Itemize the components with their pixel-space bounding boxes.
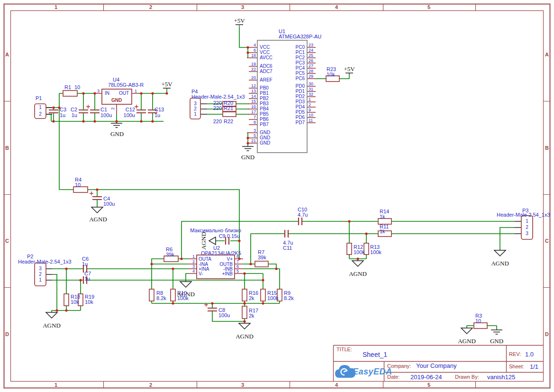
resistor-r3[interactable] (474, 323, 487, 328)
net-agnd-r3: AGND (458, 338, 476, 344)
frame-col-5-top: 5 (427, 5, 430, 10)
p1-pin-1: 1 (39, 105, 42, 110)
u1-pin-name-pb3: PB3 (260, 101, 269, 106)
resistor-r15[interactable] (261, 289, 265, 301)
net-agnd-c4: AGND (89, 216, 107, 222)
capacitor-c10[interactable] (299, 218, 302, 225)
u1-pin-num-13: 13 (251, 89, 256, 93)
capacitor-c11[interactable] (285, 230, 288, 237)
u4-pin-name-gnd: GND (111, 98, 122, 103)
u1-pin-num-6: 6 (254, 48, 256, 53)
agnd-symbol-p2 (46, 312, 57, 318)
u1-pin-name-pd0: PD0 (296, 84, 305, 89)
net-gnd-u4: GND (110, 131, 124, 137)
u1-pin-name-pd5: PD5 (296, 110, 305, 115)
p4-pin-3: 3 (194, 101, 197, 106)
r11-value: 1k (380, 229, 385, 234)
resistor-r17[interactable] (242, 306, 247, 319)
drawn-by-label: Drawn By: (455, 374, 479, 380)
u4-pin-name-in: IN (105, 91, 109, 96)
agnd-symbol-r3 (461, 328, 472, 334)
net-agnd-u2: AGND (177, 291, 195, 297)
c2-value: 1u (72, 113, 77, 118)
resistor-r18[interactable] (64, 294, 69, 306)
frame-col-1-bottom: 1 (54, 383, 57, 388)
resistor-r7[interactable] (255, 261, 268, 267)
capacitor-c4[interactable] (92, 197, 102, 200)
u1-pin-name-pd6: PD6 (296, 115, 305, 120)
agnd-symbol-r12 (352, 261, 363, 266)
schematic-canvas[interactable] (0, 0, 554, 392)
r14-value: 1k (380, 214, 385, 219)
p2-pin-1: 1 (39, 278, 42, 283)
u1-pin-name-gnd1: GND (260, 130, 270, 135)
u1-pin-name-vcc1: VCC (260, 45, 270, 50)
gnd-symbol-u1 (242, 145, 254, 151)
resistor-r10[interactable] (171, 289, 175, 301)
drawn-by-value[interactable]: vanish125 (487, 374, 515, 380)
u1-pin-name-pb2: PB2 (260, 96, 269, 101)
net-agnd-p3: AGND (491, 260, 509, 266)
agnd-symbol-c4 (91, 207, 103, 213)
r4-value: 10 (75, 182, 81, 188)
u1-pin-name-adc6: ADC6 (260, 64, 272, 69)
u1-pin-num-16: 16 (251, 105, 256, 109)
u1-pin-num-26: 26 (309, 59, 313, 63)
frame-col-3-bottom: 3 (241, 383, 244, 388)
u1-pin-name-pd7: PD7 (296, 120, 305, 125)
u1-pin-name-pb4: PB4 (260, 107, 269, 111)
u1-pin-num-7: 7 (254, 115, 256, 119)
net-5v-u4: +5V (161, 81, 172, 87)
u1-pin-name-pc4: PC4 (296, 66, 305, 71)
u1-pin-name-pb5: PB5 (260, 112, 269, 117)
u1-pin-num-31: 31 (309, 87, 313, 91)
capacitor-c3[interactable] (49, 110, 58, 113)
u2-pin-name-pinb: +INB (222, 272, 233, 276)
annotation-note: Максимально близко (190, 228, 241, 233)
date-value[interactable]: 2019-06-24 (410, 374, 442, 380)
u2-pin-num-3: 3 (192, 264, 195, 269)
u1-pin-name-pc0: PC0 (296, 45, 305, 50)
net-gnd-r3: GND (490, 338, 503, 344)
u1-pin-name-pc5: PC5 (296, 71, 305, 76)
r3-value: 10 (475, 319, 481, 324)
u4-pin-num-1: 1 (135, 89, 137, 93)
resistor-r12[interactable] (347, 243, 352, 255)
resistor-r16[interactable] (242, 289, 247, 301)
u1-pin-name-pc1: PC1 (296, 50, 305, 55)
u1-pin-num-9: 9 (309, 108, 311, 112)
rev-value[interactable]: 1.0 (525, 351, 534, 357)
frame-row-B-left: B (5, 146, 9, 151)
p4-pin-1: 1 (194, 112, 197, 117)
c10-value: 4.7u (298, 212, 308, 218)
u2-pin-name-outa: OUTA (199, 257, 211, 262)
u1-pin-name-pb7: PB7 (260, 122, 269, 127)
agnd-symbol-c9 (209, 237, 216, 245)
r17-value: 2k (249, 313, 254, 319)
capacitor-c2[interactable] (79, 110, 88, 113)
c9-label: C9 0.15u (219, 234, 240, 239)
company-value[interactable]: Your Company (416, 363, 457, 369)
u1-pin-num-19: 19 (251, 62, 256, 66)
net-agnd-c9: AGND (200, 232, 207, 250)
r21-ref: R21 (224, 106, 233, 111)
frame-col-4-top: 4 (335, 5, 338, 10)
r7-value: 39k (258, 255, 266, 260)
frame-col-3-top: 3 (241, 5, 244, 10)
resistor-r22[interactable] (223, 112, 236, 117)
u1-pin-num-11: 11 (309, 119, 313, 123)
c1-ref: C1 (100, 107, 107, 112)
capacitor-c12[interactable] (136, 110, 146, 113)
u1-pin-name-vcc2: VCC (260, 50, 270, 55)
resistor-r4[interactable] (73, 187, 88, 192)
r9-value: 8.2k (284, 296, 294, 301)
sheet-title[interactable]: Sheet_1 (363, 351, 387, 358)
u1-pin-name-pc6: PC6 (296, 76, 305, 81)
capacitor-c1[interactable] (90, 110, 100, 113)
resistor-r8[interactable] (149, 289, 154, 301)
capacitor-c8[interactable] (208, 308, 217, 311)
resistor-r1[interactable] (63, 91, 77, 96)
p3-pin-2: 2 (526, 225, 528, 230)
sheet-value[interactable]: 1/1 (530, 364, 538, 370)
c13-value: 1u (154, 113, 160, 118)
